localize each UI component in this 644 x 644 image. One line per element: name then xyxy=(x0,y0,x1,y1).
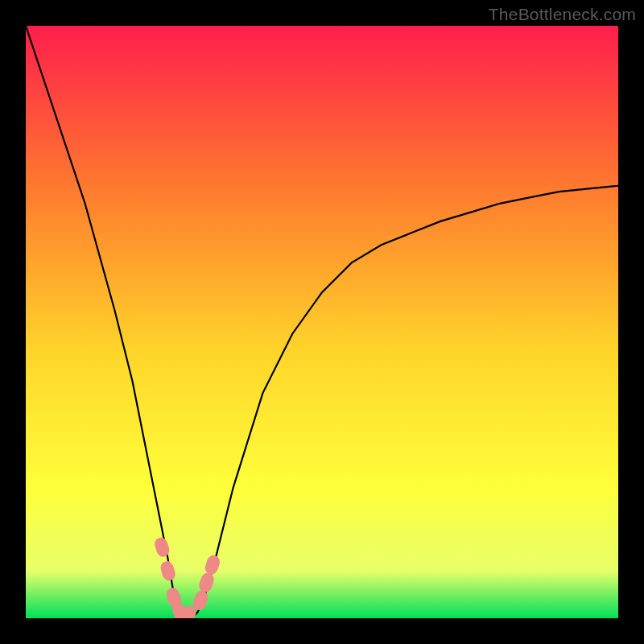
chart-frame: TheBottleneck.com xyxy=(0,0,644,644)
plot-area xyxy=(26,26,618,618)
plot-svg xyxy=(26,26,618,618)
gradient-background xyxy=(26,26,618,618)
watermark-text: TheBottleneck.com xyxy=(489,5,636,24)
